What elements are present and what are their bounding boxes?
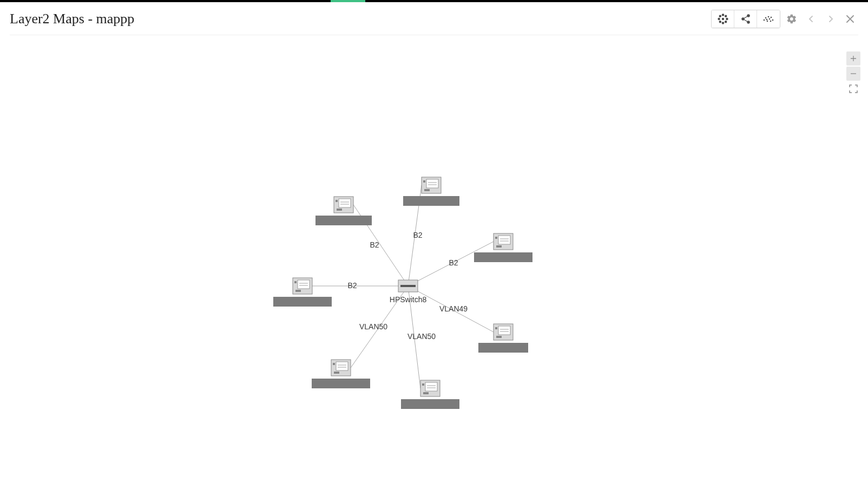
device-node[interactable] [312, 360, 370, 388]
svg-point-16 [767, 21, 768, 22]
svg-point-1 [722, 14, 724, 16]
svg-rect-60 [425, 382, 437, 391]
device-node[interactable] [478, 324, 528, 353]
layout-button-group [711, 10, 780, 28]
link-label: VLAN50 [407, 332, 436, 341]
svg-rect-30 [339, 199, 351, 207]
svg-point-3 [718, 18, 720, 19]
svg-rect-54 [336, 362, 348, 370]
device-node[interactable] [315, 197, 372, 225]
link-label: B2 [413, 231, 422, 239]
svg-rect-24 [426, 179, 438, 188]
chevron-left-icon [807, 15, 815, 23]
zoom-out-button[interactable] [846, 67, 860, 81]
device-node[interactable] [474, 233, 532, 262]
asterisk-icon [718, 14, 728, 24]
network-diagram: B2B2B2B2VLAN49VLAN50VLAN50 HPSwitch8 [0, 35, 868, 501]
svg-rect-33 [337, 209, 342, 211]
svg-point-15 [765, 17, 767, 19]
svg-point-19 [771, 17, 772, 18]
svg-line-12 [743, 16, 748, 19]
layout-cloud-button[interactable] [757, 10, 780, 28]
svg-point-5 [719, 15, 721, 17]
fullscreen-button[interactable] [846, 82, 860, 96]
svg-line-13 [743, 19, 748, 22]
switch-label: HPSwitch8 [390, 295, 427, 304]
zoom-in-button[interactable] [846, 51, 860, 66]
svg-rect-48 [498, 326, 510, 335]
svg-point-22 [770, 21, 772, 22]
link-label: VLAN50 [359, 322, 387, 331]
svg-point-8 [725, 21, 726, 23]
layout-radial-button[interactable] [712, 10, 734, 28]
svg-rect-34 [336, 200, 338, 202]
plus-icon [850, 55, 857, 62]
device-label-bar [273, 297, 332, 307]
svg-rect-57 [334, 372, 339, 374]
device-label-bar [478, 343, 528, 353]
device-label-bar [315, 216, 372, 225]
svg-rect-40 [495, 237, 497, 239]
svg-point-17 [768, 16, 770, 18]
svg-rect-27 [424, 189, 430, 191]
scatter-icon [762, 15, 775, 23]
page-title: Layer2 Maps - mappp [10, 11, 134, 27]
svg-point-2 [722, 22, 724, 24]
link-label: B2 [370, 240, 379, 249]
svg-point-18 [769, 18, 771, 20]
device-node[interactable] [403, 177, 459, 206]
svg-point-0 [722, 18, 724, 19]
svg-rect-45 [295, 290, 301, 292]
svg-rect-58 [333, 363, 335, 365]
share-tree-icon [740, 14, 751, 24]
device-label-bar [312, 379, 370, 388]
svg-rect-36 [498, 236, 510, 244]
svg-point-20 [772, 19, 774, 21]
svg-rect-46 [294, 281, 297, 283]
svg-point-14 [764, 19, 765, 21]
svg-rect-51 [496, 336, 502, 338]
map-canvas[interactable]: B2B2B2B2VLAN49VLAN50VLAN50 HPSwitch8 [0, 35, 868, 501]
link-label: B2 [449, 258, 458, 267]
device-node[interactable] [273, 278, 332, 307]
settings-button[interactable] [784, 10, 800, 28]
svg-rect-63 [423, 392, 429, 394]
svg-point-6 [725, 15, 726, 17]
prev-button[interactable] [803, 10, 819, 28]
next-button[interactable] [823, 10, 839, 28]
device-label-bar [401, 399, 459, 409]
page-header: Layer2 Maps - mappp [0, 2, 868, 34]
gear-icon [786, 14, 797, 24]
svg-point-4 [726, 18, 727, 19]
svg-rect-66 [400, 285, 416, 287]
header-toolbar [711, 10, 858, 28]
svg-point-21 [766, 19, 768, 21]
device-label-bar [474, 252, 532, 262]
layout-tree-button[interactable] [734, 10, 757, 28]
link-label: B2 [347, 281, 357, 290]
svg-point-7 [719, 21, 721, 23]
map-controls [846, 51, 860, 96]
svg-rect-64 [422, 383, 424, 386]
svg-rect-39 [496, 245, 502, 248]
fullscreen-icon [849, 84, 858, 93]
close-icon [846, 15, 854, 23]
device-label-bar [403, 196, 459, 206]
switch-node[interactable]: HPSwitch8 [390, 280, 427, 304]
device-node[interactable] [401, 380, 459, 409]
link-label: VLAN49 [439, 304, 468, 313]
svg-rect-42 [298, 280, 310, 289]
svg-rect-52 [495, 327, 497, 329]
svg-rect-28 [423, 180, 425, 183]
chevron-right-icon [827, 15, 834, 23]
minus-icon [850, 70, 857, 77]
close-button[interactable] [842, 10, 858, 28]
